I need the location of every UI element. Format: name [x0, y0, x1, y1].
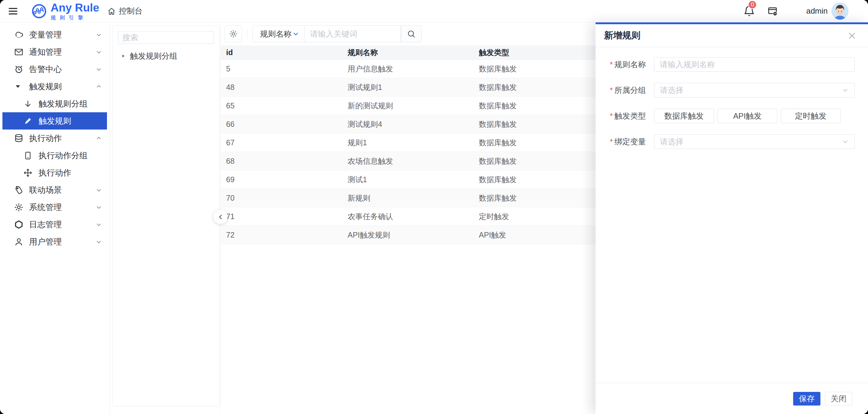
- sidebar: 变量管理 通知管理 告警中心 触发规则 触发规则分组 触发规则 执行: [0, 23, 110, 414]
- cell-rule-name: 新规则: [348, 193, 479, 203]
- cell-rule-name: API触发规则: [348, 230, 479, 240]
- notifications-button[interactable]: 0: [743, 5, 755, 17]
- menu-toggle-button[interactable]: [7, 5, 19, 17]
- search-button[interactable]: [401, 26, 422, 42]
- cell-id: 48: [221, 83, 348, 92]
- cell-id: 71: [221, 212, 348, 221]
- drawer-header: 新增规则: [595, 24, 868, 47]
- chevron-down-icon: [842, 87, 849, 94]
- drawer-footer: 保存 关闭: [595, 383, 868, 414]
- cell-rule-name: 农事任务确认: [348, 211, 479, 221]
- column-settings-button[interactable]: [224, 26, 242, 42]
- cell-id: 69: [221, 175, 348, 184]
- required-mark: *: [610, 60, 613, 69]
- chevron-down-icon: [95, 48, 102, 56]
- bind-variable-label: 绑定变量: [614, 137, 646, 146]
- layout-settings-button[interactable]: [767, 5, 778, 17]
- sidebar-item-trigger-rules-parent[interactable]: 触发规则: [0, 78, 110, 95]
- cell-id: 68: [221, 157, 348, 166]
- hexagon-icon: [14, 220, 25, 230]
- cell-id: 65: [221, 101, 348, 110]
- trigger-api-button[interactable]: API触发: [717, 109, 777, 123]
- chevron-down-icon: [842, 138, 849, 145]
- gear-icon: [229, 29, 238, 38]
- group-select-placeholder: 请选择: [660, 85, 683, 96]
- cell-id: 66: [221, 120, 348, 129]
- group-select[interactable]: 请选择: [654, 83, 855, 98]
- arrow-down-icon: [23, 99, 34, 108]
- filter-field-value: 规则名称: [260, 29, 291, 39]
- column-header-rule-name: 规则名称: [348, 47, 479, 58]
- cell-rule-name: 测试规则1: [348, 82, 479, 92]
- chevron-left-icon: [217, 213, 224, 220]
- tree-node-trigger-rule-groups[interactable]: 触发规则分组: [113, 49, 219, 63]
- logo-icon: [31, 3, 47, 19]
- tree-search-input[interactable]: [118, 31, 214, 44]
- tag-icon: [14, 185, 25, 195]
- username-label: admin: [806, 6, 828, 16]
- trigger-type-buttons: 数据库触发 API触发 定时触发: [654, 109, 841, 123]
- caret-right-icon: [121, 53, 126, 59]
- trigger-type-label: 触发类型: [614, 111, 646, 120]
- close-icon: [847, 31, 857, 40]
- sidebar-item-log-management[interactable]: 日志管理: [0, 216, 110, 233]
- keyword-input[interactable]: [305, 29, 401, 39]
- chevron-down-icon: [95, 66, 102, 73]
- trigger-db-button[interactable]: 数据库触发: [654, 109, 714, 123]
- add-rule-drawer: 新增规则 *规则名称 *所属分组 请选择 *触发类型 数据库触发: [595, 23, 868, 414]
- pen-icon: [23, 116, 34, 126]
- cell-rule-name: 测试规则4: [348, 119, 479, 129]
- header-actions: 0 admin: [743, 2, 848, 20]
- group-tree-panel: 触发规则分组: [113, 26, 219, 407]
- drawer-title: 新增规则: [604, 29, 641, 42]
- cell-id: 72: [221, 231, 348, 239]
- mail-icon: [14, 47, 25, 57]
- sidebar-item-trigger-rule-groups[interactable]: 触发规则分组: [0, 95, 110, 112]
- user-icon: [14, 237, 25, 247]
- column-header-id: id: [221, 48, 348, 57]
- chevron-down-icon: [95, 204, 102, 211]
- collapse-tree-panel-button[interactable]: [213, 210, 227, 224]
- bind-variable-placeholder: 请选择: [660, 137, 683, 147]
- app-window: Any Rule 规则引擎 控制台 0: [0, 0, 868, 414]
- keyword-input-wrap: [305, 26, 401, 42]
- window-settings-icon: [767, 5, 778, 17]
- brand-name: Any Rule: [51, 2, 99, 13]
- required-mark: *: [610, 111, 613, 120]
- chevron-down-icon: [292, 30, 300, 37]
- chevron-down-icon: [95, 186, 102, 194]
- cell-rule-name: 测试1: [348, 175, 479, 184]
- avatar[interactable]: [831, 2, 848, 20]
- sidebar-item-user-management[interactable]: 用户管理: [0, 233, 110, 250]
- sidebar-item-notification-management[interactable]: 通知管理: [0, 43, 110, 61]
- home-icon: [107, 7, 116, 16]
- sidebar-item-trigger-rules[interactable]: 触发规则: [2, 112, 107, 130]
- chevron-up-icon: [95, 83, 102, 90]
- cell-rule-name: 用户信息触发: [348, 64, 479, 74]
- breadcrumb[interactable]: 控制台: [107, 6, 143, 16]
- cell-rule-name: 规则1: [348, 138, 479, 148]
- sidebar-item-linkage-scenes[interactable]: 联动场景: [0, 181, 110, 199]
- table-toolbar: 规则名称: [224, 26, 422, 42]
- field-group: *所属分组 请选择: [610, 83, 855, 98]
- group-label: 所属分组: [614, 85, 646, 95]
- field-trigger-type: *触发类型 数据库触发 API触发 定时触发: [610, 109, 855, 123]
- sidebar-item-variable-management[interactable]: 变量管理: [0, 26, 110, 43]
- sidebar-item-action-groups[interactable]: 执行动作分组: [0, 147, 110, 164]
- sidebar-item-system-management[interactable]: 系统管理: [0, 199, 110, 216]
- save-button[interactable]: 保存: [793, 392, 820, 406]
- gear-icon: [14, 203, 25, 212]
- trigger-timer-button[interactable]: 定时触发: [781, 109, 841, 123]
- filter-field-select[interactable]: 规则名称: [252, 26, 305, 42]
- top-header: Any Rule 规则引擎 控制台 0: [0, 0, 868, 23]
- close-button[interactable]: 关闭: [825, 392, 852, 406]
- sidebar-item-actions[interactable]: 执行动作: [0, 164, 110, 181]
- sidebar-item-actions-parent[interactable]: 执行动作: [0, 130, 110, 147]
- tablet-icon: [23, 151, 34, 160]
- rule-name-input[interactable]: [654, 57, 855, 72]
- tree-node-label: 触发规则分组: [130, 51, 177, 62]
- bind-variable-select[interactable]: 请选择: [654, 134, 855, 149]
- sidebar-item-alert-center[interactable]: 告警中心: [0, 61, 110, 78]
- drawer-close-button[interactable]: [847, 31, 857, 40]
- caret-down-filled-icon: [14, 82, 25, 91]
